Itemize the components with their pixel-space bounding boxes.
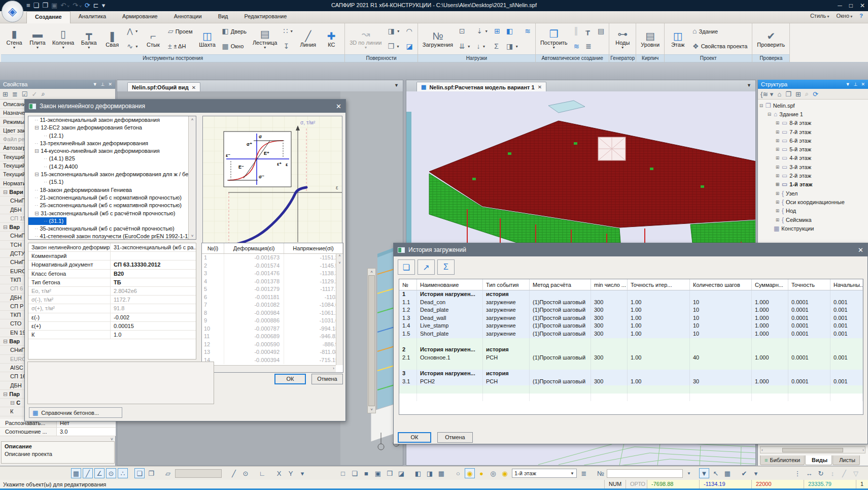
cube-gear-icon[interactable]: ❒ [385, 468, 395, 478]
ribbon-button[interactable]: ◨▼ [385, 24, 402, 38]
ribbon-button[interactable]: ⊡▼ [457, 24, 473, 38]
column-header[interactable]: Точность итер... [628, 279, 690, 290]
export-icon[interactable]: ❐ [785, 90, 791, 98]
rotate-icon[interactable]: ↻ [816, 468, 826, 478]
snap-points-icon[interactable]: ∴ [118, 468, 128, 478]
ribbon-button[interactable]: ≣▼ [583, 40, 594, 53]
close-tab-icon[interactable]: ✕ [192, 85, 196, 90]
expander-icon[interactable] [775, 217, 780, 222]
ribbon-button[interactable]: ◨▼ [504, 40, 521, 53]
plane-icon[interactable]: ▱ [163, 468, 173, 478]
ribbon-button[interactable]: Σ▼ [492, 40, 503, 53]
pick-filter-icon[interactable]: ↖ [711, 468, 721, 478]
column-header[interactable]: Суммарн... [752, 279, 788, 290]
sync-icon[interactable]: ⟳ [85, 1, 90, 11]
close-icon[interactable]: ✕ [858, 246, 863, 254]
open-icon[interactable]: ❐ [42, 1, 48, 11]
history-table-row[interactable]: 1.5 Short_plate загружение (1)Простой ша… [399, 330, 863, 338]
snap-line-icon[interactable]: ╱ [83, 468, 93, 478]
horizontal-scrollbar[interactable]: ‹› [202, 365, 336, 372]
expander-icon[interactable] [775, 155, 780, 160]
structure-tree-item[interactable]: ▭ 6-й этаж [759, 136, 867, 145]
home-icon[interactable]: ⌂ [777, 90, 781, 98]
cancel-button[interactable]: Отмена [311, 374, 343, 384]
history-table-row[interactable]: 2.1 Основное.1 РСН (1)Простой шаговый 30… [399, 354, 863, 362]
layers-icon[interactable]: ≣ [579, 468, 589, 478]
concrete-reference-button[interactable]: ▦ Справочник бетонов... [29, 407, 122, 418]
ribbon-button[interactable]: ↧▼ [281, 40, 296, 53]
filter-brace-icon[interactable]: {≋ ▾ [760, 90, 773, 98]
checklist-icon[interactable]: ☑ [22, 90, 28, 98]
cube-wire-icon[interactable]: □ [338, 468, 348, 478]
expander-icon[interactable] [775, 191, 780, 196]
law-property-row[interactable]: К 1.0 [28, 331, 196, 339]
law-tree-item[interactable]: 13-трехлинейный закон деформирования [28, 140, 196, 147]
list-view-icon[interactable]: ≣ [12, 90, 18, 98]
law-table-row[interactable]: 2 -0.001574 -1145.5 [202, 262, 343, 270]
law-tree-item[interactable]: 31-экспоненциальный (жб с расчётной проч… [28, 210, 196, 217]
ribbon-button[interactable]: ▮Стена▼ [3, 24, 25, 54]
ribbon-button[interactable]: ⋀▼ [124, 24, 141, 38]
history-table-row[interactable] [399, 338, 863, 346]
law-tree-item[interactable]: 41-степенной закон ползучести (EuroCode … [28, 233, 196, 240]
list-icon[interactable]: ≡ [26, 1, 30, 11]
law-table-row[interactable]: 6 -0.001181 -1103 [202, 293, 343, 302]
column-header[interactable]: Тип события [483, 279, 530, 290]
y-constraint-icon[interactable]: Y [286, 468, 296, 478]
measure-icon[interactable]: ╱ [839, 468, 849, 478]
ribbon-button[interactable]: ╱Линия▼ [297, 24, 319, 54]
angle-2-icon[interactable]: ▽ [851, 468, 861, 478]
history-table-row[interactable]: 1.2 Dead_plate загружение (1)Простой шаг… [399, 306, 863, 314]
panel-tab[interactable]: Виды [805, 455, 832, 465]
num-filter-icon[interactable]: № [596, 468, 606, 478]
cube-doc-icon[interactable]: ▣ [373, 468, 383, 478]
ribbon-button[interactable]: ±± ΔН▼ [165, 40, 195, 53]
ribbon-button[interactable]: ⌐Стык▼ [142, 24, 164, 54]
horizontal-scrollbar[interactable]: ‹› [760, 446, 865, 453]
ribbon-button[interactable]: ▤Лестница▼ [250, 24, 280, 54]
ribbon-button[interactable]: ▦Окно▼ [220, 40, 249, 53]
apply-check-icon[interactable]: ✔ [739, 468, 749, 478]
ribbon-button[interactable]: ◫Шахта▼ [196, 24, 219, 54]
ribbon-button[interactable]: ▤Уровни▼ [638, 24, 662, 54]
ribbon-button[interactable]: ↓▼ [474, 40, 491, 53]
panel-menu-icon[interactable]: ▼ [93, 82, 97, 87]
lock-model-icon[interactable]: ❐ [146, 468, 156, 478]
law-property-row[interactable]: Класс бетона B20 [28, 270, 196, 278]
close-icon[interactable]: ✕ [860, 2, 865, 9]
history-table-row[interactable]: 1.3 Dead_wall загружение (1)Простой шаго… [399, 314, 863, 322]
ribbon-tab[interactable]: Аналитика [71, 11, 114, 23]
structure-tree-item[interactable]: ▭ 8-й этаж [759, 119, 867, 127]
expander-icon[interactable] [759, 103, 763, 108]
law-tree-item[interactable]: 14-кусочно-линейный закон деформирования [28, 147, 196, 155]
arrow-add-icon[interactable]: ↗ [418, 259, 435, 275]
history-table-row[interactable]: 1 История нагружен... история [399, 290, 863, 299]
expander-icon[interactable] [775, 173, 780, 178]
structure-tree-item[interactable]: ▭ 7-й этаж [759, 127, 867, 136]
expander-icon[interactable] [775, 147, 780, 152]
ribbon-button[interactable]: ≋▼ [571, 40, 582, 53]
column-header[interactable]: Начальны.. [830, 279, 863, 290]
move-2-icon[interactable]: ↕ [827, 468, 838, 478]
tab-list-icon[interactable]: ▼ [394, 83, 399, 88]
vertical-scrollbar[interactable]: ˄˅ [188, 116, 196, 239]
ribbon-button[interactable]: ❚Свая▼ [101, 24, 123, 54]
column-header[interactable]: Метод расчёта [530, 279, 591, 290]
law-property-row[interactable]: ε(+) 0.00015 [28, 322, 196, 331]
ribbon-button[interactable]: ❖Свойства проекта▼ [690, 40, 750, 53]
table-filter-icon[interactable]: ▦ [722, 468, 733, 478]
panel-tab[interactable]: ≡ Библиотеки [760, 455, 805, 465]
law-table-row[interactable]: 8 -0.000984 -1061.2 [202, 309, 343, 317]
search-icon[interactable]: ⌕ [41, 90, 45, 98]
structure-tree-item[interactable]: ▭ 4-й этаж [759, 154, 867, 162]
bulb-on-icon[interactable]: ◉ [465, 468, 475, 478]
ribbon-tab[interactable]: Создание [26, 11, 71, 23]
law-table-row[interactable]: 14 -0.000394 -715.15 [202, 356, 343, 365]
law-tree-item[interactable]: 35-экспоненциальный (жб с расчётной проч… [28, 225, 196, 233]
law-tree-item[interactable]: (31.1) [28, 217, 66, 225]
tab-analysis-model[interactable]: ▦ Nelin.spf:Расчетная модель вариант 1 ✕ [416, 82, 546, 91]
law-tree-item[interactable]: 25-экспоненциальный (жб с нормативной пр… [28, 202, 196, 209]
ribbon-tab[interactable]: Аннотации [166, 11, 210, 23]
history-table-row[interactable]: 3.1 РСН2 РСН (1)Простой шаговый 300 1.00… [399, 378, 863, 386]
column-header[interactable]: № [399, 279, 417, 290]
